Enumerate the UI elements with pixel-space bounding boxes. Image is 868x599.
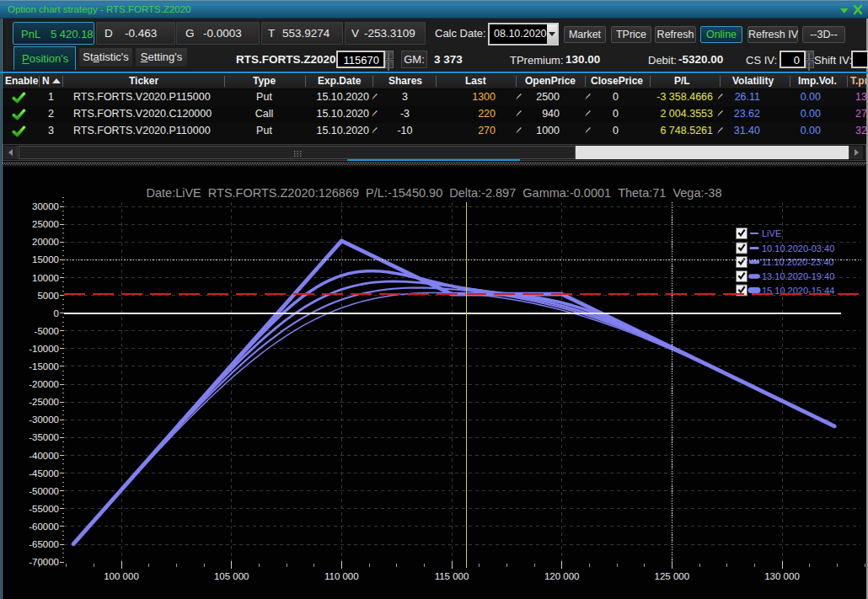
svg-text:30000: 30000 [32,201,59,211]
svg-text:-35000: -35000 [29,432,59,442]
svg-text:-5000: -5000 [35,326,59,336]
svg-text:15000: 15000 [32,254,59,265]
svg-text:10000: 10000 [32,273,59,283]
svg-text:-45000: -45000 [29,468,59,479]
svg-text:-65000: -65000 [29,539,59,549]
svg-text:100 000: 100 000 [104,571,139,581]
svg-text:-50000: -50000 [29,486,59,496]
svg-text:-40000: -40000 [29,451,59,461]
svg-text:0: 0 [54,308,59,318]
svg-text:20000: 20000 [32,237,59,247]
svg-text:11.10.2020-23:40: 11.10.2020-23:40 [762,257,833,267]
svg-text:-30000: -30000 [29,414,59,425]
svg-text:115 000: 115 000 [435,571,469,581]
svg-text:5000: 5000 [37,291,59,301]
svg-text:-25000: -25000 [29,397,59,407]
svg-text:-60000: -60000 [29,521,59,532]
svg-text:110 000: 110 000 [324,571,359,581]
svg-text:-10000: -10000 [29,344,59,354]
svg-text:-55000: -55000 [29,504,59,514]
svg-text:-70000: -70000 [29,557,59,567]
svg-text:-15000: -15000 [29,361,59,372]
svg-text:Date:LiVE RTS.FORTS.Z2020:126: Date:LiVE RTS.FORTS.Z2020:126869 P/L:-15… [147,186,722,200]
svg-text:13.10.2020-19:40: 13.10.2020-19:40 [762,271,834,281]
svg-text:120 000: 120 000 [544,571,580,581]
svg-text:130 000: 130 000 [764,571,800,581]
svg-text:LiVE: LiVE [762,228,781,238]
svg-text:-20000: -20000 [29,379,59,389]
svg-text:25000: 25000 [32,219,59,229]
svg-text:125 000: 125 000 [655,571,690,581]
svg-text:10.10.2020-03:40: 10.10.2020-03:40 [762,243,834,254]
svg-text:105 000: 105 000 [214,571,249,581]
